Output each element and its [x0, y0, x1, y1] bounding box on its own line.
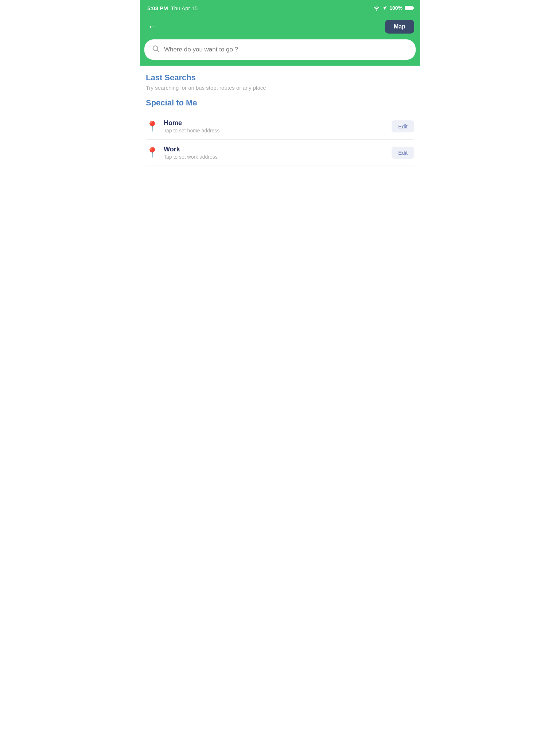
status-icons: 100%: [373, 5, 413, 11]
home-info: Home Tap to set home address: [164, 119, 219, 133]
status-bar: 5:03 PM Thu Apr 15 100%: [140, 0, 420, 16]
work-hint: Tap to set work address: [164, 154, 218, 160]
place-item-work: 📍 Work Tap to set work address Edit: [146, 140, 414, 166]
home-name: Home: [164, 119, 219, 127]
search-bar: [144, 39, 416, 60]
content: Last Searchs Try searching for an bus st…: [140, 66, 420, 173]
work-info: Work Tap to set work address: [164, 146, 218, 160]
map-button[interactable]: Map: [385, 20, 414, 34]
work-pin-icon: 📍: [146, 148, 159, 158]
search-container: [140, 39, 420, 66]
location-icon: [382, 5, 387, 11]
home-hint: Tap to set home address: [164, 128, 219, 133]
wifi-icon: [373, 5, 380, 11]
battery-percentage: 100%: [389, 5, 402, 11]
back-arrow-icon: ←: [147, 21, 158, 32]
place-left-work: 📍 Work Tap to set work address: [146, 146, 218, 160]
status-time: 5:03 PM: [147, 5, 168, 11]
home-pin-icon: 📍: [146, 121, 159, 132]
svg-line-1: [157, 50, 159, 52]
work-name: Work: [164, 146, 218, 153]
special-to-me-title: Special to Me: [146, 98, 414, 108]
work-edit-button[interactable]: Edit: [392, 147, 414, 159]
search-input[interactable]: [164, 46, 408, 53]
search-icon: [152, 44, 160, 55]
home-edit-button[interactable]: Edit: [392, 120, 414, 132]
battery-icon: [405, 6, 413, 10]
back-button[interactable]: ←: [146, 20, 159, 33]
place-item-home: 📍 Home Tap to set home address Edit: [146, 113, 414, 140]
header: ← Map: [140, 16, 420, 39]
last-searches-title: Last Searchs: [146, 73, 414, 82]
place-left-home: 📍 Home Tap to set home address: [146, 119, 219, 133]
last-searches-subtitle: Try searching for an bus stop, routes or…: [146, 85, 414, 91]
status-date: Thu Apr 15: [171, 5, 198, 11]
